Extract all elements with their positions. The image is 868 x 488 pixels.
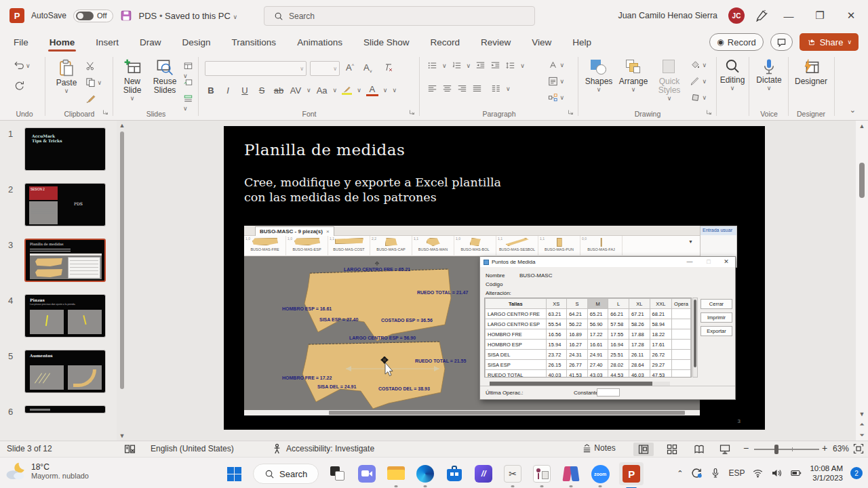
plan-tool-icon[interactable] <box>532 464 552 484</box>
highlight-pen-button[interactable] <box>342 85 352 95</box>
input-language[interactable]: ESP <box>728 468 745 478</box>
reset-button[interactable] <box>183 77 193 87</box>
save-icon[interactable] <box>120 9 132 22</box>
thumbnail-scrollbar[interactable]: ▲ ▼ <box>118 121 126 441</box>
paragraph-dialog-launcher[interactable] <box>568 109 576 117</box>
designer-button[interactable]: Designer <box>793 58 829 86</box>
show-hidden-icons-button[interactable]: ⌃ <box>677 469 683 478</box>
close-button[interactable]: ✕ <box>841 9 861 22</box>
drawing-dialog-launcher[interactable] <box>706 109 714 117</box>
zoom-out-button[interactable]: − <box>743 443 749 453</box>
piece-cell-buso-mas-esp[interactable]: 1,0BUSO-MAS-ESP <box>286 236 328 256</box>
shape-fill-button[interactable]: ∨ <box>690 60 707 70</box>
exportar-button[interactable]: Exportar <box>701 326 732 336</box>
measure-name-cell[interactable]: LARGO CENTRO ESP <box>486 319 547 329</box>
measure-value-cell[interactable]: 66.21 <box>608 309 629 319</box>
piece-cell-buso-mas-faj[interactable]: 0,0BUSO-MAS-FAJ <box>580 236 623 256</box>
table-header-tallas[interactable]: Tallas <box>486 299 547 309</box>
opera-cell[interactable] <box>671 319 690 329</box>
piece-cell-buso-mas-man[interactable]: 1,1BUSO-MAS-MAN <box>412 236 454 256</box>
pds-horizontal-scrollbar[interactable] <box>244 410 700 415</box>
paste-button[interactable]: Paste∨ <box>53 58 80 93</box>
measure-value-cell[interactable]: 41.53 <box>567 370 588 378</box>
bold-button[interactable]: B <box>205 85 217 96</box>
slideshow-view-button[interactable] <box>715 443 735 456</box>
marker-tool-icon[interactable] <box>561 464 581 484</box>
weather-widget[interactable]: 18°C Mayorm. nublado <box>5 461 89 481</box>
edge-browser-icon[interactable] <box>415 464 435 484</box>
slide-thumbnail-4[interactable]: PinzasLas pinzas precisas dan ajuste a l… <box>24 294 106 338</box>
clock[interactable]: 10:08 AM 3/1/2023 <box>810 464 843 483</box>
opera-cell[interactable] <box>671 350 690 360</box>
piece-cell-buso-mas-fre[interactable]: 1,0BUSO-MAS-FRE <box>244 236 286 256</box>
measure-value-cell[interactable]: 28.64 <box>629 360 650 370</box>
avatar[interactable]: JC <box>728 7 745 24</box>
scroll-up-icon[interactable]: ▲ <box>118 122 126 129</box>
pattern-piece-espalda[interactable] <box>304 269 451 341</box>
measure-value-cell[interactable]: 43.03 <box>587 370 608 378</box>
search-box[interactable]: Search <box>264 6 535 26</box>
opera-cell[interactable] <box>671 360 690 370</box>
dialog-maximize-icon[interactable]: □ <box>704 258 713 265</box>
format-painter-button[interactable] <box>85 94 96 104</box>
measure-value-cell[interactable]: 17.28 <box>629 340 650 350</box>
table-header-m[interactable]: M <box>587 299 608 309</box>
measure-name-cell[interactable]: RUEDO TOTAL <box>486 370 547 378</box>
measure-value-cell[interactable]: 65.21 <box>587 309 608 319</box>
measure-value-cell[interactable]: 17.22 <box>587 329 608 340</box>
dialog-close-icon[interactable]: ✕ <box>722 258 731 265</box>
taskbar-search[interactable]: Search <box>253 464 319 484</box>
task-view-button[interactable] <box>328 464 348 484</box>
measure-value-cell[interactable]: 47.53 <box>650 370 671 378</box>
notes-button[interactable]: Notes <box>582 443 616 453</box>
double-strike-button[interactable]: ab <box>273 85 285 96</box>
measure-value-cell[interactable]: 67.21 <box>629 309 650 319</box>
imprimir-button[interactable]: Imprimir <box>701 312 732 323</box>
spell-check-icon[interactable] <box>124 443 136 455</box>
table-header-s[interactable]: S <box>567 299 588 309</box>
clear-formatting-button[interactable] <box>382 62 393 73</box>
pds-model-tab[interactable]: BUSO-MASC - 9 pieza(s) × <box>255 226 334 236</box>
slide-canvas[interactable]: Planilla de medidas Cree, modifique y ex… <box>224 126 765 430</box>
dialog-title-bar[interactable]: Puntos de Medida — □ ✕ <box>480 257 735 267</box>
update-sync-icon[interactable] <box>690 467 703 479</box>
zoom-level[interactable]: 63% <box>833 444 849 453</box>
new-slide-button[interactable]: New Slide∨ <box>117 58 148 100</box>
shapes-button[interactable]: Shapes∨ <box>583 58 614 92</box>
measure-value-cell[interactable]: 63.21 <box>546 309 567 319</box>
convert-smartart-button[interactable]: ∨ <box>548 92 564 102</box>
table-header-l[interactable]: L <box>608 299 629 309</box>
pds-strip-dropdown-icon[interactable]: ▼ <box>688 239 693 244</box>
measure-value-cell[interactable]: 26.77 <box>567 360 588 370</box>
pen-icon[interactable] <box>755 9 768 22</box>
slide-thumbnail-5[interactable]: Aumentos <box>24 350 106 393</box>
notification-badge[interactable]: 2 <box>850 467 863 479</box>
table-row[interactable]: HOMBRO ESP15.9416.2716.6116.9417.2817.61 <box>486 340 691 350</box>
align-right-button[interactable] <box>457 84 467 94</box>
line-spacing-button[interactable] <box>505 61 515 70</box>
table-row[interactable]: SISA ESP26.1526.7727.4028.0228.6429.27 <box>486 360 691 370</box>
measure-value-cell[interactable]: 55.54 <box>546 319 567 329</box>
slide-thumbnail-2[interactable]: SESION 2PDS <box>24 183 106 226</box>
pds-tab-close-icon[interactable]: × <box>326 228 330 235</box>
measure-value-cell[interactable]: 28.02 <box>608 360 629 370</box>
accessibility-status[interactable]: Accessibility: Investigate <box>286 444 374 453</box>
opera-cell[interactable] <box>671 329 690 340</box>
powerpoint-taskbar-icon[interactable]: P <box>619 462 644 485</box>
accumark-app-icon[interactable]: // <box>473 464 494 484</box>
font-name-select[interactable]: ∨ <box>205 61 307 76</box>
measure-value-cell[interactable]: 16.94 <box>608 340 629 350</box>
fit-slide-button[interactable] <box>853 443 864 454</box>
align-text-button[interactable]: ∨ <box>548 76 564 86</box>
zoom-in-button[interactable]: + <box>822 443 827 453</box>
quick-styles-button[interactable]: Quick Styles∨ <box>652 58 686 100</box>
dictate-button[interactable]: Dictate∨ <box>754 58 784 90</box>
accessibility-icon[interactable] <box>271 443 283 455</box>
table-row[interactable]: LARGO CENTRO ESP55.5456.2256.9057.5858.2… <box>486 319 691 329</box>
piece-cell-buso-mas-sesbol[interactable]: 1,1BUSO-MAS-SESBOL <box>496 236 538 256</box>
arrange-button[interactable]: Arrange∨ <box>617 58 650 92</box>
table-header-xl[interactable]: XL <box>629 299 650 309</box>
measure-value-cell[interactable]: 24.31 <box>567 350 588 360</box>
table-header-xxl[interactable]: XXL <box>650 299 671 309</box>
restore-button[interactable]: ❐ <box>810 9 830 22</box>
